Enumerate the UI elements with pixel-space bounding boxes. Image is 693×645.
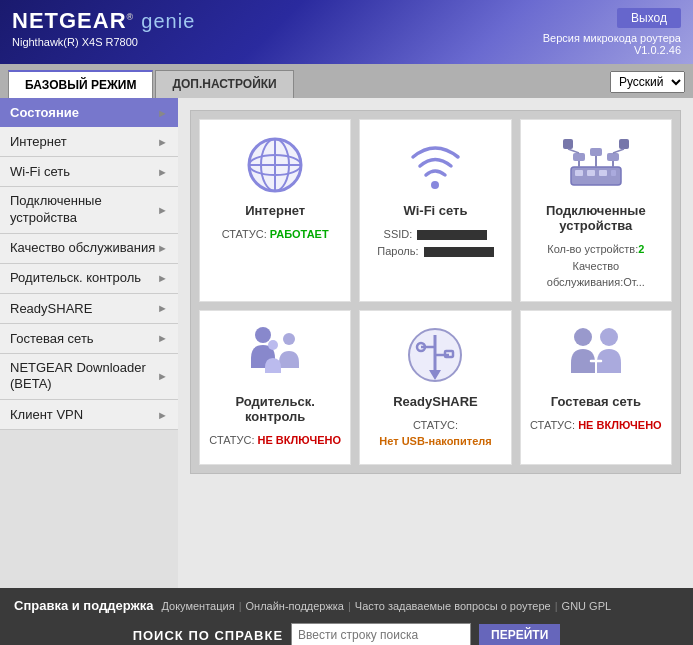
footer-link-docs[interactable]: Документация [161, 600, 234, 612]
card-wifi[interactable]: Wi-Fi сеть SSID: Пароль: [359, 119, 511, 302]
chevron-right-icon: ► [157, 409, 168, 421]
chevron-right-icon: ► [157, 332, 168, 344]
sidebar-item-label: ReadySHARE [10, 301, 92, 316]
logout-button[interactable]: Выход [617, 8, 681, 28]
card-devices-title: Подключенные устройства [529, 203, 663, 233]
sidebar-item-wifi[interactable]: Wi-Fi сеть ► [0, 157, 178, 187]
chevron-right-icon: ► [157, 369, 168, 383]
sidebar-item-devices[interactable]: Подключенные устройства ► [0, 187, 178, 234]
sidebar-item-label: Родительск. контроль [10, 270, 141, 287]
tabs-left: БАЗОВЫЙ РЕЖИМ ДОП.НАСТРОЙКИ [8, 70, 294, 98]
dashboard-grid: Интернет СТАТУС: РАБОТАЕТ Wi-Fi сеть [190, 110, 681, 474]
brand-name: NETGEAR [12, 8, 127, 33]
header-right: Выход Версия микрокода роутера V1.0.2.46 [543, 8, 681, 56]
footer-link-faq[interactable]: Часто задаваемые вопросы о роутере [355, 600, 551, 612]
svg-rect-20 [619, 139, 629, 149]
footer-top: Справка и поддержка Документация | Онлай… [14, 598, 679, 613]
sidebar-item-vpn[interactable]: Клиент VPN ► [0, 400, 178, 430]
chevron-right-icon: ► [157, 166, 168, 178]
footer-links: Документация | Онлайн-поддержка | Часто … [161, 600, 611, 612]
card-guest[interactable]: Гостевая сеть СТАТУС: НЕ ВКЛЮЧЕНО [520, 310, 672, 465]
svg-point-24 [268, 340, 278, 350]
sidebar-item-parental[interactable]: Родительск. контроль ► [0, 264, 178, 294]
card-guest-status: СТАТУС: НЕ ВКЛЮЧЕНО [530, 417, 662, 434]
status-value: РАБОТАЕТ [270, 228, 329, 240]
sidebar-item-guest[interactable]: Гостевая сеть ► [0, 324, 178, 354]
tabs-bar: БАЗОВЫЙ РЕЖИМ ДОП.НАСТРОЙКИ Русский Engl… [0, 64, 693, 98]
sidebar-section-label: Состояние [10, 105, 79, 120]
svg-rect-15 [573, 153, 585, 161]
search-button[interactable]: ПЕРЕЙТИ [479, 624, 560, 645]
sidebar-item-quality[interactable]: Качество обслуживания ► [0, 234, 178, 264]
card-devices[interactable]: Подключенные устройства Кол-во устройств… [520, 119, 672, 302]
support-label: Справка и поддержка [14, 598, 153, 613]
readyshare-status-value: Нет USB-накопителя [379, 435, 491, 447]
footer-link-support[interactable]: Онлайн-поддержка [246, 600, 344, 612]
card-wifi-title: Wi-Fi сеть [404, 203, 468, 218]
language-select[interactable]: Русский English [610, 71, 685, 93]
chevron-right-icon: ► [157, 302, 168, 314]
device-count: 2 [638, 243, 644, 255]
devices-icon [561, 132, 631, 197]
card-wifi-status: SSID: Пароль: [377, 226, 493, 259]
header-left: NETGEAR® genie Nighthawk(R) X4S R7800 [12, 8, 195, 48]
svg-point-6 [431, 181, 439, 189]
sidebar-item-label: Качество обслуживания [10, 240, 155, 257]
svg-line-21 [613, 149, 624, 153]
registered-mark: ® [127, 12, 135, 22]
parental-status-value: НЕ ВКЛЮЧЕНО [258, 434, 341, 446]
sidebar-item-downloader[interactable]: NETGEAR Downloader (BETA) ► [0, 354, 178, 401]
svg-line-19 [568, 149, 579, 153]
firmware-info: Версия микрокода роутера V1.0.2.46 [543, 32, 681, 56]
router-model: Nighthawk(R) X4S R7800 [12, 36, 195, 48]
sidebar-item-label: Гостевая сеть [10, 331, 94, 346]
card-parental[interactable]: Родительск. контроль СТАТУС: НЕ ВКЛЮЧЕНО [199, 310, 351, 465]
svg-rect-11 [611, 170, 616, 176]
card-internet[interactable]: Интернет СТАТУС: РАБОТАЕТ [199, 119, 351, 302]
brand-logo: NETGEAR® genie [12, 8, 195, 34]
firmware-version: V1.0.2.46 [634, 44, 681, 56]
ssid-masked [417, 230, 487, 240]
card-parental-title: Родительск. контроль [208, 394, 342, 424]
chevron-right-icon: ► [157, 241, 168, 255]
tab-basic[interactable]: БАЗОВЫЙ РЕЖИМ [8, 70, 153, 98]
sidebar: Состояние ► Интернет ► Wi-Fi сеть ► Подк… [0, 98, 178, 588]
svg-rect-9 [587, 170, 595, 176]
card-internet-status: СТАТУС: РАБОТАЕТ [222, 226, 329, 243]
svg-point-31 [574, 328, 592, 346]
chevron-right-icon: ► [157, 136, 168, 148]
main-layout: Состояние ► Интернет ► Wi-Fi сеть ► Подк… [0, 98, 693, 588]
sidebar-item-readyshare[interactable]: ReadySHARE ► [0, 294, 178, 324]
sidebar-item-label: Подключенные устройства [10, 193, 157, 227]
search-label: ПОИСК ПО СПРАВКЕ [133, 628, 283, 643]
guest-icon [561, 323, 631, 388]
genie-label: genie [141, 10, 195, 32]
sidebar-section-status[interactable]: Состояние ► [0, 98, 178, 127]
tab-advanced[interactable]: ДОП.НАСТРОЙКИ [155, 70, 293, 98]
parental-icon [240, 323, 310, 388]
firmware-label: Версия микрокода роутера [543, 32, 681, 44]
sidebar-item-internet[interactable]: Интернет ► [0, 127, 178, 157]
guest-status-value: НЕ ВКЛЮЧЕНО [578, 419, 661, 431]
header: NETGEAR® genie Nighthawk(R) X4S R7800 Вы… [0, 0, 693, 64]
sidebar-item-label: Wi-Fi сеть [10, 164, 70, 179]
password-masked [424, 247, 494, 257]
card-readyshare-title: ReadySHARE [393, 394, 478, 409]
svg-rect-10 [599, 170, 607, 176]
card-parental-status: СТАТУС: НЕ ВКЛЮЧЕНО [209, 432, 341, 449]
internet-icon [240, 132, 310, 197]
search-input[interactable] [291, 623, 471, 645]
footer-link-gpl[interactable]: GNU GPL [562, 600, 612, 612]
card-readyshare-status: СТАТУС: Нет USB-накопителя [379, 417, 491, 450]
card-devices-status: Кол-во устройств:2 Качество обслуживания… [529, 241, 663, 291]
card-readyshare[interactable]: ReadySHARE СТАТУС: Нет USB-накопителя [359, 310, 511, 465]
svg-rect-16 [590, 148, 602, 156]
footer: Справка и поддержка Документация | Онлай… [0, 588, 693, 645]
chevron-right-icon: ► [157, 271, 168, 285]
svg-rect-17 [607, 153, 619, 161]
card-internet-title: Интернет [245, 203, 305, 218]
svg-point-22 [255, 327, 271, 343]
svg-point-23 [283, 333, 295, 345]
sidebar-item-label: Интернет [10, 134, 67, 149]
svg-rect-18 [563, 139, 573, 149]
